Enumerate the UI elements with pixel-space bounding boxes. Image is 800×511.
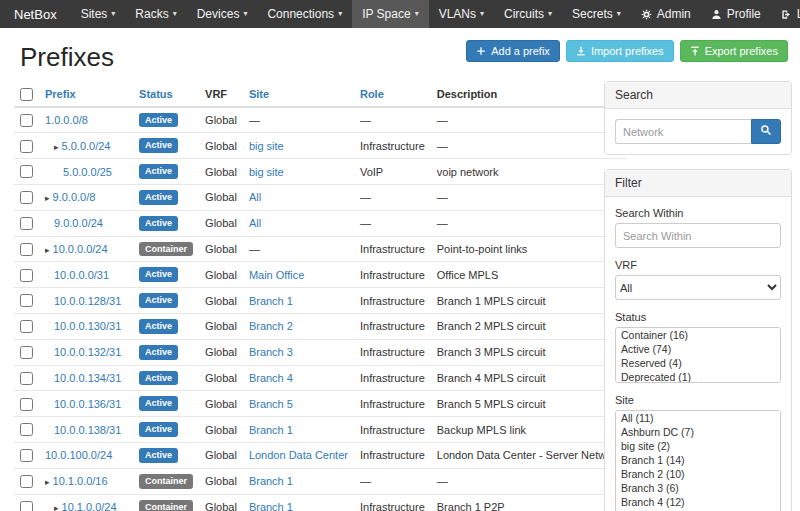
import-prefixes-button[interactable]: Import prefixes [566, 40, 674, 62]
prefix-cell: 10.0.0.132/31 [39, 339, 133, 365]
nav-item-ip-space[interactable]: IP Space▾ [352, 0, 429, 28]
hierarchy-arrow-icon: ▸ [54, 142, 59, 152]
search-within-input[interactable] [615, 223, 781, 248]
select-all-checkbox[interactable] [20, 88, 33, 101]
site-link[interactable]: Branch 3 [249, 346, 293, 358]
row-checkbox[interactable] [20, 423, 33, 436]
site-link[interactable]: Main Office [249, 269, 304, 281]
nav-item-sites[interactable]: Sites▾ [71, 0, 126, 28]
search-input[interactable] [615, 119, 751, 144]
nav-profile[interactable]: Profile [701, 0, 771, 28]
site-cell: Branch 2 [243, 313, 354, 339]
select-option[interactable]: Branch 2 (10) [616, 467, 780, 481]
nav-item-vlans[interactable]: VLANs▾ [429, 0, 494, 28]
row-checkbox[interactable] [20, 165, 33, 178]
site-cell: Branch 1 [243, 417, 354, 443]
site-link[interactable]: big site [249, 166, 284, 178]
table-row: ▸10.1.0.0/16ContainerGlobalBranch 1—— [14, 468, 627, 494]
row-checkbox[interactable] [20, 217, 33, 230]
row-checkbox[interactable] [20, 320, 33, 333]
site-link[interactable]: Branch 4 [249, 372, 293, 384]
status-badge: Active [139, 138, 178, 153]
row-checkbox[interactable] [20, 140, 33, 153]
prefix-link[interactable]: 10.1.0.0/24 [62, 501, 117, 511]
app-logo[interactable]: NetBox [0, 0, 71, 28]
prefix-link[interactable]: 10.0.0.136/31 [54, 398, 121, 410]
select-option[interactable]: Deprecated (1) [616, 370, 780, 383]
site-link[interactable]: Branch 1 [249, 475, 293, 487]
select-option[interactable]: Container (16) [616, 328, 780, 342]
nav-logout[interactable]: Log out [771, 0, 800, 28]
site-link[interactable]: Branch 5 [249, 398, 293, 410]
site-link[interactable]: big site [249, 140, 284, 152]
select-option[interactable]: Branch 3 (6) [616, 481, 780, 495]
site-link[interactable]: London Data Center [249, 449, 348, 461]
prefix-link[interactable]: 5.0.0.0/24 [62, 140, 111, 152]
nav-item-circuits[interactable]: Circuits▾ [494, 0, 562, 28]
row-checkbox-cell [14, 107, 39, 133]
row-checkbox[interactable] [20, 398, 33, 411]
row-checkbox[interactable] [20, 475, 33, 488]
prefix-link[interactable]: 10.0.0.0/24 [53, 243, 108, 255]
site-link[interactable]: Branch 1 [249, 295, 293, 307]
row-checkbox[interactable] [20, 191, 33, 204]
status-multiselect[interactable]: Container (16)Active (74)Reserved (4)Dep… [615, 327, 781, 383]
column-header-prefix[interactable]: Prefix [39, 81, 133, 107]
site-link[interactable]: All [249, 217, 261, 229]
prefix-link[interactable]: 10.0.0.132/31 [54, 346, 121, 358]
row-checkbox[interactable] [20, 294, 33, 307]
select-option[interactable]: Branch 4 (12) [616, 495, 780, 509]
prefix-link[interactable]: 9.0.0.0/8 [53, 191, 96, 203]
nav-admin[interactable]: Admin [631, 0, 701, 28]
export-prefixes-button[interactable]: Export prefixes [680, 40, 788, 62]
prefix-link[interactable]: 10.0.0.128/31 [54, 295, 121, 307]
row-checkbox[interactable] [20, 346, 33, 359]
prefix-link[interactable]: 10.0.0.130/31 [54, 320, 121, 332]
vrf-select[interactable]: All [615, 275, 781, 300]
site-link[interactable]: All [249, 191, 261, 203]
search-button[interactable] [751, 119, 781, 144]
row-checkbox[interactable] [20, 449, 33, 462]
column-sort-link[interactable]: Status [139, 88, 173, 100]
row-checkbox[interactable] [20, 243, 33, 256]
prefix-table: PrefixStatusVRFSiteRoleDescription 1.0.0… [14, 81, 627, 511]
column-sort-link[interactable]: Site [249, 88, 269, 100]
site-link[interactable]: Branch 1 [249, 501, 293, 511]
nav-item-devices[interactable]: Devices▾ [187, 0, 258, 28]
add-prefix-button[interactable]: Add a prefix [466, 40, 560, 62]
prefix-link[interactable]: 10.0.100.0/24 [45, 449, 112, 461]
description-cell: voip network [431, 159, 628, 185]
row-checkbox[interactable] [20, 501, 33, 511]
column-header-status[interactable]: Status [133, 81, 199, 107]
select-option[interactable]: Reserved (4) [616, 356, 780, 370]
column-sort-link[interactable]: Role [360, 88, 384, 100]
prefix-link[interactable]: 9.0.0.0/24 [54, 217, 103, 229]
table-row: 10.0.0.134/31ActiveGlobalBranch 4Infrast… [14, 365, 627, 391]
select-option[interactable]: Branch 1 (14) [616, 453, 780, 467]
site-link[interactable]: Branch 1 [249, 424, 293, 436]
column-header-role[interactable]: Role [354, 81, 431, 107]
site-link[interactable]: Branch 2 [249, 320, 293, 332]
column-header-site[interactable]: Site [243, 81, 354, 107]
nav-item-racks[interactable]: Racks▾ [125, 0, 186, 28]
select-option[interactable]: All (11) [616, 411, 780, 425]
status-badge: Active [139, 164, 178, 179]
prefix-link[interactable]: 10.0.0.138/31 [54, 424, 121, 436]
row-checkbox[interactable] [20, 372, 33, 385]
filter-panel: Filter Search WithinVRFAllStatusContaine… [604, 169, 792, 511]
row-checkbox[interactable] [20, 269, 33, 282]
prefix-link[interactable]: 10.0.0.0/31 [54, 269, 109, 281]
prefix-link[interactable]: 10.0.0.134/31 [54, 372, 121, 384]
row-checkbox[interactable] [20, 114, 33, 127]
select-option[interactable]: Ashburn DC (7) [616, 425, 780, 439]
nav-item-connections[interactable]: Connections▾ [257, 0, 352, 28]
select-option[interactable]: big site (2) [616, 439, 780, 453]
prefix-link[interactable]: 5.0.0.0/25 [63, 166, 112, 178]
prefix-link[interactable]: 10.1.0.0/16 [53, 475, 108, 487]
site-multiselect[interactable]: All (11)Ashburn DC (7)big site (2)Branch… [615, 410, 781, 511]
nav-item-secrets[interactable]: Secrets▾ [562, 0, 631, 28]
column-sort-link[interactable]: Prefix [45, 88, 76, 100]
prefix-link[interactable]: 1.0.0.0/8 [45, 114, 88, 126]
select-option[interactable]: Active (74) [616, 342, 780, 356]
site-cell: big site [243, 159, 354, 185]
